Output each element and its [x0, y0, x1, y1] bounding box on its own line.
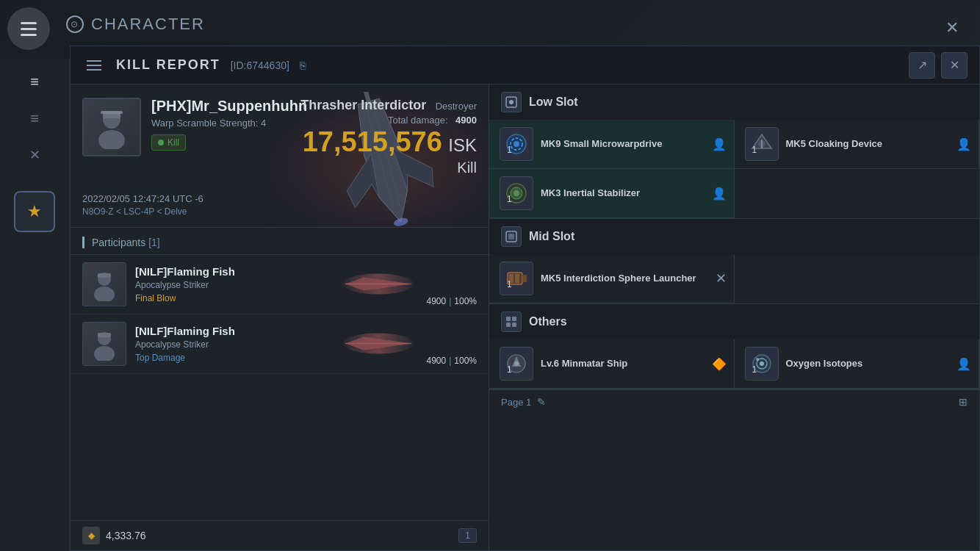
- isk-icon: ◆: [82, 527, 100, 544]
- minmatar-ship-icon: [500, 347, 533, 381]
- top-hamburger-button[interactable]: [7, 7, 50, 50]
- participant-2-avatar-image: [83, 323, 126, 365]
- participant-row: [NILF]Flaming Fish Apocalypse Striker Fi…: [71, 255, 489, 314]
- others-item-1-count: 1: [507, 364, 512, 375]
- participant-1-avatar-image: [83, 263, 126, 306]
- others-item-2-count: 1: [752, 364, 757, 375]
- export-icon: ↗: [918, 58, 927, 72]
- ship-type: Destroyer: [436, 101, 477, 112]
- svg-rect-42: [512, 317, 516, 321]
- mid-slot-item-1: 1 MK5 Interdiction Sphere Launcher ✕: [489, 254, 735, 303]
- equipment-footer: Page 1 ✎ ⊞: [489, 389, 979, 414]
- others-item-1-name: Lv.6 Minmatar Ship: [541, 358, 724, 370]
- oxygen-isotopes-icon: [745, 347, 779, 381]
- menu-icon-1: ≡: [30, 73, 39, 90]
- svg-rect-39: [515, 274, 519, 283]
- item-1-name: MK9 Small Microwarpdrive: [541, 138, 724, 151]
- others-item-2-person-icon: 👤: [956, 357, 971, 371]
- item-2-person-icon: 👤: [956, 137, 971, 151]
- item-3-info: MK3 Inertial Stabilizer: [541, 187, 724, 200]
- participants-header: Participants [1]: [71, 228, 489, 255]
- export-button[interactable]: ↗: [909, 52, 935, 79]
- svg-point-50: [760, 361, 764, 366]
- low-slot-icon: [501, 92, 522, 112]
- sidebar-menu-button-2[interactable]: ≡: [12, 103, 57, 134]
- low-slot-header: Low Slot: [489, 84, 979, 120]
- victim-location: N8O9-Z < LSC-4P < Delve: [82, 206, 203, 217]
- item-2-name: MK5 Cloaking Device: [786, 138, 969, 151]
- participant-2-stats: 4900 | 100%: [426, 356, 477, 366]
- participants-count: [1]: [148, 237, 160, 248]
- bottom-isk-row: ◆ 4,333.76 1: [71, 520, 489, 550]
- total-damage-value: 4900: [455, 115, 477, 126]
- left-panel: [PHX]Mr_Suppenhuhn Warp Scramble Strengt…: [71, 84, 489, 550]
- copy-id-icon[interactable]: ⎘: [300, 60, 306, 71]
- sidebar-menu-button-1[interactable]: ≡: [12, 66, 57, 97]
- participant-1-percent: 100%: [454, 296, 477, 306]
- svg-point-19: [94, 346, 115, 361]
- victim-meta: 2022/02/05 12:47:24 UTC -6 N8O9-Z < LSC-…: [82, 193, 203, 217]
- low-slot-section: Low Slot 1: [489, 84, 979, 219]
- svg-point-34: [514, 190, 519, 196]
- participant-2-percent: 100%: [454, 356, 477, 366]
- kill-report-title: KILL REPORT: [116, 57, 220, 73]
- page-edit-icon[interactable]: ✎: [537, 396, 546, 408]
- victim-avatar-image: [84, 99, 140, 155]
- kill-report-menu-button[interactable]: [82, 54, 106, 77]
- svg-point-9: [98, 130, 125, 149]
- participants-title: Participants [1]: [82, 237, 477, 248]
- others-item-2: 1 Oxygen Isotopes 👤: [735, 339, 980, 389]
- others-item-2-name: Oxygen Isotopes: [786, 358, 969, 370]
- others-item-2-info: Oxygen Isotopes: [786, 358, 969, 370]
- victim-card: [PHX]Mr_Suppenhuhn Warp Scramble Strengt…: [71, 84, 489, 228]
- bottom-isk-badge: 1: [458, 528, 477, 543]
- participant-1-ship: Apocalypse Striker: [135, 280, 477, 290]
- cloaking-icon: [745, 127, 779, 161]
- close-kill-report-button[interactable]: ✕: [941, 52, 968, 79]
- participant-2-damage: 4900: [426, 356, 446, 366]
- character-icon: ⊙: [66, 15, 84, 33]
- low-slot-item-3: 1 MK3 Inertial Stabilizer 👤: [489, 169, 735, 218]
- kill-report-id: [ID:6744630]: [231, 60, 289, 71]
- participant-1-weapon: [342, 272, 415, 298]
- isk-label: ISK: [448, 135, 477, 155]
- menu-icon-2: ≡: [30, 110, 39, 127]
- kill-badge-dot: [158, 140, 164, 145]
- item-1-person-icon: 👤: [712, 137, 727, 151]
- mid-slot-icon: [501, 226, 522, 247]
- participant-2-info: [NILF]Flaming Fish Apocalypse Striker To…: [135, 325, 477, 363]
- others-item-1-person-icon: 🔶: [712, 357, 727, 371]
- participant-2-weapon: [342, 331, 415, 357]
- mid-slot-title: Mid Slot: [529, 230, 574, 243]
- bottom-isk-value: 4,333.76: [106, 530, 146, 541]
- header-buttons: ↗ ✕: [909, 52, 968, 79]
- participant-1-info: [NILF]Flaming Fish Apocalypse Striker Fi…: [135, 265, 477, 303]
- mid-slot-section: Mid Slot: [489, 219, 979, 304]
- victim-ship-stats: Thrasher Interdictor Destroyer Total dam…: [300, 98, 477, 176]
- mid-item-1-x-button[interactable]: ✕: [716, 270, 727, 287]
- others-item-1-info: Lv.6 Minmatar Ship: [541, 358, 724, 370]
- participant-2-blow: Top Damage: [135, 353, 477, 363]
- filter-icon[interactable]: ⊞: [959, 396, 968, 408]
- sidebar-combat-button[interactable]: ✕: [12, 140, 57, 170]
- victim-datetime: 2022/02/05 12:47:24 UTC -6: [82, 193, 203, 204]
- svg-rect-43: [506, 323, 511, 327]
- svg-point-47: [514, 361, 519, 366]
- item-3-name: MK3 Inertial Stabilizer: [541, 187, 724, 200]
- participant-1-blow: Final Blow: [135, 293, 477, 303]
- sidebar-shield-button[interactable]: ★: [14, 191, 55, 232]
- others-header: Others: [489, 304, 979, 339]
- app-close-button[interactable]: ✕: [939, 15, 965, 41]
- participant-2-name: [NILF]Flaming Fish: [135, 325, 477, 337]
- others-item-1: 1 Lv.6 Minmatar Ship 🔶: [489, 339, 735, 389]
- isk-amount: 17,515,576: [303, 126, 442, 157]
- main-panel: KILL REPORT [ID:6744630] ⎘ ↗ ✕: [70, 46, 980, 551]
- ship-name: Thrasher Interdictor: [300, 98, 426, 112]
- participant-row-2: [NILF]Flaming Fish Apocalypse Striker To…: [71, 314, 489, 374]
- close-icon: ✕: [950, 58, 959, 72]
- participant-1-stats: 4900 | 100%: [426, 296, 477, 306]
- low-slot-item-1: 1 MK9 Small Microwarpdrive 👤: [489, 120, 735, 169]
- svg-rect-44: [512, 323, 516, 327]
- participant-2-ship: Apocalypse Striker: [135, 339, 477, 350]
- mid-slot-header: Mid Slot: [489, 219, 979, 254]
